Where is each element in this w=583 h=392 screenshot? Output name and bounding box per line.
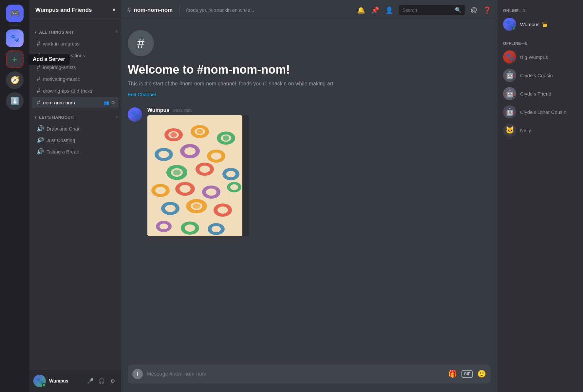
- invite-members-icon[interactable]: 👥: [103, 100, 109, 105]
- channels-list: ▾ ALL THINGS ART + # work-in-progress # …: [29, 20, 121, 370]
- help-icon[interactable]: ❓: [483, 6, 491, 14]
- channel-action-icons: 👥 ⚙: [103, 100, 115, 105]
- search-icon: 🔍: [455, 7, 461, 13]
- gif-button[interactable]: GIF: [461, 370, 473, 378]
- server-header[interactable]: Wumpus and Friends ▾: [29, 0, 121, 20]
- hash-icon: #: [37, 87, 40, 95]
- server-icon-download[interactable]: ⬇️: [6, 92, 24, 110]
- message-header: Wumpus 04/28/2020: [147, 107, 491, 113]
- headphones-button[interactable]: 🎧: [97, 376, 106, 385]
- member-item-wumpus[interactable]: 🐾 Wumpus 👑: [500, 15, 580, 33]
- member-online-dot: [512, 27, 516, 31]
- emoji-icon[interactable]: 🙂: [477, 370, 486, 378]
- member-offline-dot: [512, 133, 516, 137]
- member-offline-dot: [512, 78, 516, 82]
- topbar-channel: # nom-nom-nom: [127, 6, 173, 14]
- server-sidebar: 🎮 🐾 + Add a Server 🧭 ⬇️: [0, 0, 29, 392]
- server-name: Wumpus and Friends: [35, 7, 92, 13]
- main-content: # nom-nom-nom foods you're snackin on wh…: [121, 0, 497, 392]
- user-controls: 🎤 🎧 ⚙: [86, 376, 117, 385]
- server-chevron-icon: ▾: [113, 7, 115, 13]
- channel-inspiring-artists[interactable]: # inspiring-artists: [32, 62, 119, 73]
- at-icon[interactable]: @: [471, 6, 477, 14]
- member-item-nelly[interactable]: 🐱 Nelly: [500, 121, 580, 139]
- channel-name-label: inspiring-artists: [43, 64, 115, 70]
- member-name-nelly: Nelly: [520, 128, 531, 133]
- add-server-button[interactable]: +: [6, 50, 24, 68]
- channel-taking-a-break[interactable]: 🔊 Taking a Break: [32, 146, 119, 157]
- edit-channel-link[interactable]: Edit Channel: [128, 92, 156, 97]
- online-status-dot: [42, 383, 46, 387]
- server-icon-wumpus-friends[interactable]: 🐾: [6, 29, 24, 47]
- channel-welcome: # Welcome to #nom-nom-nom! This is the s…: [128, 30, 491, 107]
- category-all-things-art[interactable]: ▾ ALL THINGS ART +: [29, 24, 121, 38]
- voice-icon: 🔊: [37, 136, 44, 144]
- member-avatar-clydes-friend: 🤖: [503, 87, 516, 100]
- topbar-channel-name-label: nom-nom-nom: [134, 7, 173, 13]
- member-offline-dot: [512, 60, 516, 63]
- user-info: Wumpus: [49, 378, 83, 383]
- message-content: Wumpus 04/28/2020: [147, 107, 491, 236]
- plus-icon: +: [12, 55, 17, 64]
- member-avatar-clydes-cousin: 🤖: [503, 69, 516, 82]
- search-bar[interactable]: Search 🔍: [399, 5, 465, 15]
- member-avatar-big-wumpus: 🐾: [503, 50, 516, 63]
- category-lets-hangout[interactable]: ▾ LET'S HANGOUT! +: [29, 109, 121, 123]
- channel-draw-and-chat[interactable]: 🔊 Draw and Chat: [32, 123, 119, 134]
- member-item-clydes-cousin[interactable]: 🤖 Clyde's Cousin: [500, 66, 580, 84]
- members-icon[interactable]: 👤: [385, 6, 393, 14]
- add-channel-hangout[interactable]: +: [115, 114, 119, 121]
- message-username[interactable]: Wumpus: [147, 107, 169, 113]
- member-avatar-wumpus: 🐾: [503, 18, 516, 31]
- hash-icon: #: [37, 63, 40, 71]
- add-channel-art[interactable]: +: [115, 29, 119, 36]
- member-item-clydes-friend[interactable]: 🤖 Clyde's Friend: [500, 84, 580, 103]
- message-input-field[interactable]: [147, 371, 444, 377]
- svg-rect-44: [147, 115, 242, 236]
- top-bar: # nom-nom-nom foods you're snackin on wh…: [121, 0, 497, 20]
- member-avatar-nelly: 🐱: [503, 124, 516, 137]
- channel-work-in-progress[interactable]: # work-in-progress: [32, 38, 119, 49]
- member-item-big-wumpus[interactable]: 🐾 Big Wumpus: [500, 48, 580, 66]
- channel-nom-nom-nom[interactable]: # nom-nom-nom 👥 ⚙: [32, 97, 119, 108]
- cereal-svg: [147, 115, 242, 236]
- search-placeholder: Search: [403, 8, 417, 13]
- channel-motivating-music[interactable]: # motivating-music: [32, 73, 119, 85]
- message-timestamp: 04/28/2020: [173, 108, 192, 113]
- member-name-big-wumpus: Big Wumpus: [520, 54, 548, 60]
- topbar-description: foods you're snackin on while...: [186, 7, 351, 13]
- current-user-avatar: 🐾: [33, 375, 46, 387]
- cereal-image[interactable]: [147, 115, 242, 236]
- hash-icon: #: [37, 75, 40, 83]
- channel-name-label: drawing-tips-and-tricks: [43, 88, 115, 94]
- hash-icon: #: [37, 40, 40, 47]
- hash-icon: #: [37, 52, 40, 59]
- hash-symbol: #: [137, 36, 144, 51]
- category-chevron-art: ▾: [35, 30, 37, 34]
- channel-post-your-creations[interactable]: # post-your-creations: [32, 50, 119, 61]
- attach-file-button[interactable]: +: [132, 369, 143, 379]
- server-icon-discord-home[interactable]: 🎮: [6, 5, 24, 22]
- gift-icon[interactable]: 🎁: [448, 370, 457, 378]
- pin-icon[interactable]: 📌: [371, 6, 379, 14]
- channel-name-label: nom-nom-nom: [43, 100, 103, 105]
- user-settings-button[interactable]: ⚙: [108, 376, 117, 385]
- channel-drawing-tips[interactable]: # drawing-tips-and-tricks: [32, 85, 119, 97]
- username-label: Wumpus: [49, 378, 83, 383]
- offline-section-header: OFFLINE—5: [500, 39, 580, 48]
- notification-bell-icon[interactable]: 🔔: [357, 6, 365, 14]
- member-item-clydes-other-cousin[interactable]: 🤖 Clyde's Other Cousin: [500, 103, 580, 121]
- input-right-icons: 🎁 GIF 🙂: [448, 370, 486, 378]
- settings-icon[interactable]: ⚙: [111, 100, 115, 105]
- chat-area: # Welcome to #nom-nom-nom! This is the s…: [121, 20, 497, 365]
- members-sidebar: ONLINE—1 🐾 Wumpus 👑 OFFLINE—5 🐾 Big Wump…: [497, 0, 583, 392]
- channel-just-chatting[interactable]: 🔊 Just Chatting: [32, 134, 119, 146]
- add-server-wrapper: + Add a Server: [6, 50, 24, 68]
- message-group: 🐾 Wumpus 04/28/2020: [128, 107, 491, 236]
- server-divider: [9, 26, 21, 26]
- online-section-header: ONLINE—1: [500, 6, 580, 15]
- channel-name-label: motivating-music: [43, 76, 115, 82]
- server-icon-explore[interactable]: 🧭: [6, 71, 24, 89]
- welcome-hash-icon: #: [128, 30, 154, 56]
- mute-button[interactable]: 🎤: [86, 376, 95, 385]
